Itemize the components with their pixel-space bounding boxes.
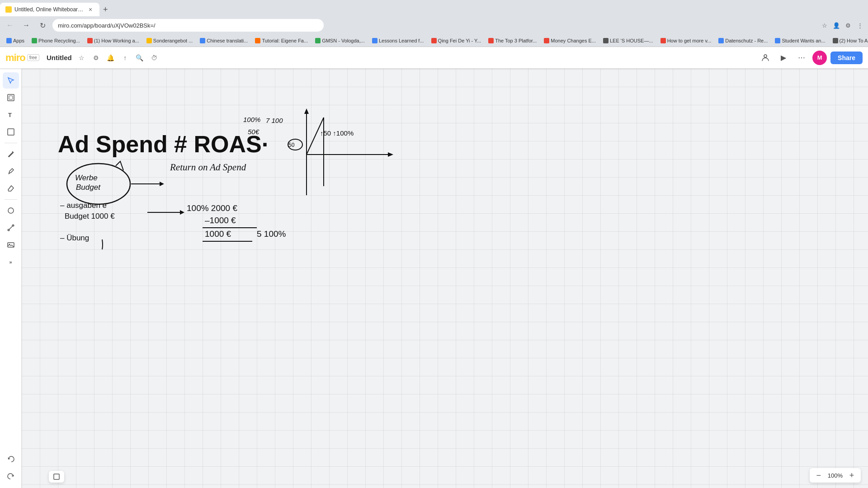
user-avatar[interactable]: M <box>812 51 827 65</box>
topbar-right: ▶ ⋯ M Share <box>758 51 863 65</box>
bookmark-favicon <box>87 38 93 43</box>
settings-icon[interactable]: ⚙ <box>90 52 103 64</box>
toolbar-separator-2 <box>5 199 17 200</box>
bookmark-label: LEE 'S HOUSE—... <box>610 38 653 43</box>
extensions-icon[interactable]: ⚙ <box>844 21 853 30</box>
back-button[interactable]: ← <box>4 19 16 32</box>
bookmark-apps[interactable]: Apps <box>4 37 27 44</box>
werbe-text: Werbe <box>75 174 98 182</box>
svg-rect-11 <box>54 474 59 479</box>
miro-content: T » <box>0 69 868 488</box>
profile-icon[interactable]: 👤 <box>832 21 841 30</box>
search-icon[interactable]: 🔍 <box>133 52 146 64</box>
more-icon[interactable]: ⋯ <box>794 51 809 65</box>
tab-close-button[interactable]: × <box>87 6 94 13</box>
zoom-level: 100% <box>828 472 843 479</box>
bookmark-label: Money Changes E... <box>551 38 596 43</box>
menu-icon[interactable]: ⋮ <box>855 21 864 30</box>
present-icon[interactable]: ▶ <box>776 51 791 65</box>
svg-rect-4 <box>8 129 14 135</box>
left-toolbar: T » <box>0 69 22 488</box>
bookmark-1[interactable]: Phone Recycling... <box>29 37 83 44</box>
board-title[interactable]: Untitled <box>43 52 75 63</box>
canvas[interactable]: Ad Spend # ROAS· Werbe Budget Return on … <box>22 69 868 488</box>
bookmark-7[interactable]: Lessons Learned f... <box>369 37 427 44</box>
url-input[interactable] <box>52 19 324 32</box>
bookmark-favicon <box>200 38 205 43</box>
bookmark-favicon <box>372 38 377 43</box>
toolbar-separator-1 <box>5 143 17 143</box>
svg-line-6 <box>8 225 14 230</box>
collaborators-icon[interactable] <box>758 51 773 65</box>
reload-button[interactable]: ↻ <box>36 19 49 32</box>
text-tool[interactable]: T <box>3 107 19 123</box>
eraser-tool[interactable] <box>3 180 19 197</box>
bookmark-5[interactable]: Tutorial: Eigene Fa... <box>252 37 311 44</box>
image-tool[interactable] <box>3 237 19 253</box>
bookmark-12[interactable]: How to get more v... <box>658 37 714 44</box>
bookmark-3[interactable]: Sonderangebot ... <box>144 37 195 44</box>
bookmark-11[interactable]: LEE 'S HOUSE—... <box>600 37 656 44</box>
highlighter-tool[interactable] <box>3 163 19 179</box>
bookmark-label: How to get more v... <box>667 38 712 43</box>
zoom-out-button[interactable]: − <box>813 470 824 481</box>
bookmark-label: (2) How To Add A... <box>840 38 868 43</box>
bookmark-10[interactable]: Money Changes E... <box>541 37 599 44</box>
zoom-controls: − 100% + <box>810 468 861 483</box>
bookmark-15[interactable]: (2) How To Add A... <box>830 37 868 44</box>
share-button[interactable]: Share <box>830 52 863 64</box>
active-tab[interactable]: Untitled, Online Whiteboard f... × <box>0 3 99 16</box>
brace <box>102 239 103 249</box>
bookmark-6[interactable]: GMSN - Vologda,... <box>312 37 368 44</box>
bookmark-favicon <box>488 38 494 43</box>
bookmark-star-icon[interactable]: ☆ <box>820 21 829 30</box>
redo-button[interactable] <box>3 468 19 484</box>
zoom-in-button[interactable]: + <box>846 470 857 481</box>
shapes-tool[interactable] <box>3 202 19 219</box>
undo-redo-group <box>3 449 19 484</box>
title-icons: ☆ ⚙ 🔔 ↑ 🔍 ⏱ <box>75 52 160 64</box>
svg-rect-2 <box>9 96 13 99</box>
percent-100: 100% 2000 € <box>187 203 237 213</box>
forward-button[interactable]: → <box>20 19 33 32</box>
new-tab-button[interactable]: + <box>99 5 112 14</box>
miro-logo: miro free <box>5 52 39 64</box>
svg-text:T: T <box>8 112 12 118</box>
bookmark-label: Lessons Learned f... <box>379 38 424 43</box>
graph-50-label: 50 <box>288 142 295 148</box>
pen-tool[interactable] <box>3 146 19 162</box>
bookmark-label: Apps <box>13 38 24 43</box>
bookmark-favicon <box>6 38 12 43</box>
arrowhead-1 <box>160 182 164 186</box>
bookmark-13[interactable]: Datenschutz - Re... <box>716 37 770 44</box>
bookmark-favicon <box>775 38 780 43</box>
equals-1000: 1000 € <box>205 229 231 239</box>
more-tools-button[interactable]: » <box>3 254 19 270</box>
bookmark-favicon <box>431 38 437 43</box>
bookmark-4[interactable]: Chinese translati... <box>197 37 250 44</box>
bookmark-2[interactable]: (1) How Working a... <box>85 37 142 44</box>
select-tool[interactable] <box>3 72 19 89</box>
pages-button[interactable] <box>49 471 64 483</box>
notifications-icon[interactable]: 🔔 <box>104 52 117 64</box>
tab-favicon <box>5 6 12 13</box>
timer-icon[interactable]: ⏱ <box>148 52 160 64</box>
bookmark-14[interactable]: Student Wants an... <box>772 37 828 44</box>
svg-point-0 <box>764 55 767 57</box>
export-icon[interactable]: ↑ <box>119 52 132 64</box>
star-icon[interactable]: ☆ <box>75 52 88 64</box>
miro-app: miro free Untitled ☆ ⚙ 🔔 ↑ 🔍 ⏱ ▶ ⋯ M Sha… <box>0 47 868 488</box>
address-bar: ← → ↻ ☆ 👤 ⚙ ⋮ <box>0 16 868 34</box>
svg-rect-1 <box>8 94 14 101</box>
connector-tool[interactable] <box>3 220 19 236</box>
bookmark-9[interactable]: The Top 3 Platfor... <box>486 37 539 44</box>
undo-button[interactable] <box>3 451 19 467</box>
bookmark-label: Chinese translati... <box>207 38 248 43</box>
sticky-note-tool[interactable] <box>3 124 19 140</box>
frames-tool[interactable] <box>3 89 19 106</box>
uebung-label: – Übung <box>60 234 89 242</box>
bookmark-8[interactable]: Qing Fei De Yi - Y... <box>429 37 484 44</box>
graph-label-right1: 7 100 <box>266 117 283 124</box>
browser-icons: ☆ 👤 ⚙ ⋮ <box>820 21 864 30</box>
return-text: Return on Ad Spend <box>170 162 246 173</box>
